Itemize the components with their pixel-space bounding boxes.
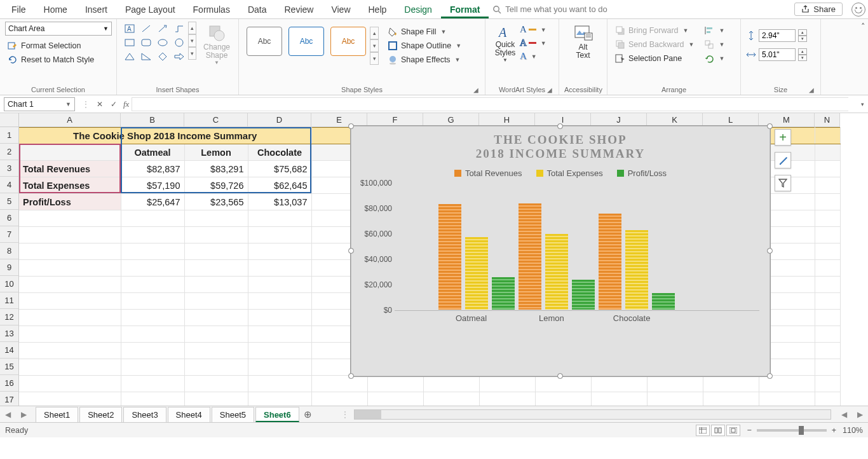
chart-legend[interactable]: Total Revenues Total Expenses Profit/Los… [359,168,762,178]
shape-style-2[interactable]: Abc [288,27,324,56]
format-selection-button[interactable]: Format Selection [5,39,111,52]
cell[interactable] [815,128,840,144]
cell[interactable] [311,392,367,406]
oval-shape-icon[interactable] [156,36,170,49]
cell[interactable]: $62,645 [248,177,311,194]
shape-styles-launcher[interactable]: ◢ [473,86,478,93]
menu-tab-review[interactable]: Review [276,1,323,18]
bar[interactable] [599,214,621,310]
connector-shape-icon[interactable] [172,22,186,35]
bar-group[interactable] [599,214,675,310]
cell[interactable]: $23,565 [184,194,248,210]
row-header-4[interactable]: 4 [0,177,19,193]
shape-style-3[interactable]: Abc [330,27,366,56]
cell[interactable] [815,243,840,260]
cell[interactable] [647,376,703,392]
cell[interactable]: $83,291 [184,161,248,177]
cell[interactable] [815,210,840,227]
page-break-view-button[interactable] [726,425,740,436]
menu-tab-file[interactable]: File [3,1,35,18]
bar[interactable] [492,277,515,310]
zoom-in-button[interactable]: + [832,426,836,435]
cell[interactable] [815,194,840,210]
cell[interactable] [19,310,121,326]
menu-tab-formulas[interactable]: Formulas [184,1,239,18]
cell[interactable] [19,392,121,406]
cell[interactable] [535,376,591,392]
bar[interactable] [438,204,461,310]
row-header-11[interactable]: 11 [0,292,19,309]
row-header-9[interactable]: 9 [0,259,19,276]
rounded-rect-shape-icon[interactable] [139,36,153,49]
arrow-shape-icon[interactable] [172,50,186,63]
cell[interactable] [19,210,121,227]
shape-gallery[interactable]: A [122,22,187,64]
cell[interactable] [248,227,311,243]
cell[interactable] [248,210,311,227]
cell[interactable] [19,260,121,277]
cell[interactable] [248,293,311,310]
col-header-F[interactable]: F [367,113,423,127]
cell[interactable]: Profit/Loss [19,194,121,210]
col-header-C[interactable]: C [184,113,248,127]
formula-input[interactable] [132,97,848,111]
bar-group[interactable] [519,203,595,310]
name-box[interactable]: Chart 1▼ [4,97,75,111]
cell[interactable] [121,243,184,260]
cell[interactable] [184,227,248,243]
resize-handle[interactable] [767,123,773,129]
cell[interactable] [184,359,248,376]
embedded-chart[interactable]: THE COOKIE SHOP 2018 INCOME SUMMARY Tota… [351,126,770,376]
menu-tab-help[interactable]: Help [360,1,396,18]
cell[interactable] [19,227,121,243]
cell[interactable]: $59,726 [184,177,248,194]
chart-styles-button[interactable] [775,152,791,168]
row-headers[interactable]: 1234567891011121314151617 [0,127,19,406]
zoom-out-button[interactable]: − [747,426,751,435]
cell[interactable] [423,392,479,406]
cell[interactable] [248,260,311,277]
cell[interactable]: $75,682 [248,161,311,177]
cell[interactable] [121,310,184,326]
col-header-G[interactable]: G [423,113,479,127]
row-header-12[interactable]: 12 [0,309,19,325]
width-spinner[interactable]: ▴▾ [798,48,807,61]
height-spinner[interactable]: ▴▾ [798,29,807,42]
chart-title-line1[interactable]: THE COOKIE SHOP [359,133,762,147]
resize-handle[interactable] [767,373,773,379]
bar[interactable] [545,234,568,310]
sheet-tab-sheet3[interactable]: Sheet3 [123,407,166,422]
col-header-I[interactable]: I [535,113,591,127]
col-header-E[interactable]: E [311,113,367,127]
cell[interactable] [19,277,121,293]
cell[interactable] [121,359,184,376]
cell[interactable] [815,260,840,277]
cell[interactable] [184,293,248,310]
expand-formula-bar[interactable]: ▾ [857,101,868,107]
resize-handle[interactable] [767,248,773,254]
cell[interactable] [759,392,815,406]
tellme-search[interactable]: Tell me what you want to do [492,4,607,14]
tab-scroll-right[interactable]: ▶ [16,410,32,419]
cell[interactable] [121,260,184,277]
cell[interactable] [248,359,311,376]
cell[interactable] [248,326,311,343]
text-effects-button[interactable]: A▼ [520,51,546,62]
menu-tab-design[interactable]: Design [395,1,441,18]
diamond-shape-icon[interactable] [156,50,170,63]
cell[interactable] [479,392,535,406]
resize-handle[interactable] [348,373,354,379]
share-button[interactable]: Share [794,3,843,16]
cell[interactable] [815,376,840,392]
menu-tab-format[interactable]: Format [441,1,489,18]
bar[interactable] [572,280,595,310]
row-header-13[interactable]: 13 [0,325,19,342]
collapse-ribbon-button[interactable]: ˄ [861,22,865,31]
sheet-tab-sheet1[interactable]: Sheet1 [36,407,78,422]
col-header-D[interactable]: D [248,113,311,127]
cell[interactable] [121,376,184,392]
cell[interactable] [184,243,248,260]
shape-width-input[interactable] [759,48,796,61]
zoom-level[interactable]: 110% [843,426,863,435]
shape-height-input[interactable] [759,29,796,42]
